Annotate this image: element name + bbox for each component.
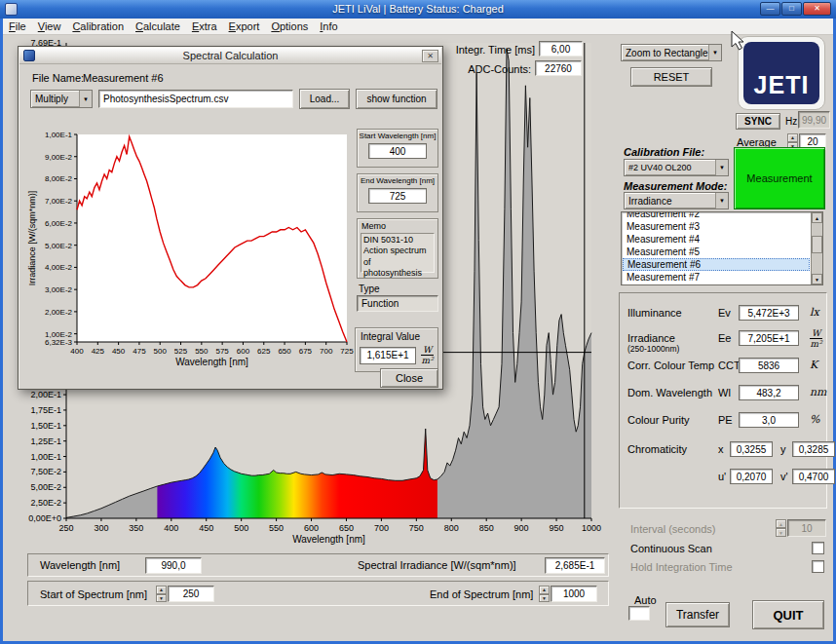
wavelength-label: Wavelength [nm] xyxy=(40,559,120,571)
measurement-mode-dropdown[interactable]: Irradiance ▼ xyxy=(624,192,729,209)
unit-label: % xyxy=(810,413,819,426)
measurement-button[interactable]: Measurement xyxy=(734,147,825,209)
load-button[interactable]: Load... xyxy=(299,89,350,109)
menu-item-info[interactable]: Info xyxy=(314,19,343,33)
transfer-button[interactable]: Transfer xyxy=(665,602,730,627)
x-tick-label: 575 xyxy=(215,347,229,356)
x-tick-label: 700 xyxy=(374,523,389,533)
x-tick-label: 850 xyxy=(479,523,494,533)
scroll-down-icon[interactable]: ▼ xyxy=(812,274,822,284)
scrollbar-thumb[interactable] xyxy=(812,236,822,253)
end-wavelength-field: 725 xyxy=(368,188,427,204)
dialog-close-icon[interactable]: ✕ xyxy=(422,50,438,62)
operation-dropdown[interactable]: Multiply ▼ xyxy=(30,90,93,108)
title-bar[interactable]: JETI LiVal | Battery Status: Charged — □… xyxy=(0,0,836,19)
end-wavelength-label: End Wavelength [nm] xyxy=(358,174,437,185)
menu-item-calibration[interactable]: Calibration xyxy=(66,19,130,33)
memo-label: Memo xyxy=(358,219,437,231)
adc-counts-label: ADC-Counts: xyxy=(445,63,531,75)
interval-spinner: ▲ ▼ xyxy=(776,519,786,537)
menu-item-view[interactable]: View xyxy=(32,19,67,33)
auto-indicator[interactable] xyxy=(628,606,650,621)
x-tick-label: 450 xyxy=(199,523,213,533)
spinner-up-icon[interactable]: ▲ xyxy=(539,586,550,594)
measurement-item[interactable]: Measurement #6 xyxy=(623,258,810,271)
spectral-irradiance-field: 2,685E-1 xyxy=(545,557,605,574)
y-tick-label: 4,00E-2 xyxy=(45,263,73,272)
hold-integration-checkbox[interactable] xyxy=(812,560,824,573)
integration-time-field[interactable]: 6,00 xyxy=(539,41,583,57)
zoom-mode-value: Zoom to Rectangle xyxy=(622,48,708,58)
function-plot-area xyxy=(77,134,347,342)
measurement-item[interactable]: Measurement #7 xyxy=(623,271,810,284)
measurement-item[interactable]: Measurement #4 xyxy=(623,233,810,246)
type-field: Function xyxy=(357,295,438,312)
start-spectrum-field[interactable]: 250 xyxy=(168,586,214,602)
cursor-arrow-icon xyxy=(730,30,749,52)
measurement-list[interactable]: Measurement #2Measurement #3Measurement … xyxy=(621,211,823,285)
spectral-calculation-dialog: Spectral Calculation ✕ File Name: Measur… xyxy=(18,46,443,390)
spinner-down-icon[interactable]: ▼ xyxy=(539,594,550,603)
unit-fraction: W m² xyxy=(421,345,434,366)
reset-button[interactable]: RESET xyxy=(630,67,712,87)
x-tick-label: 675 xyxy=(299,347,313,356)
x-tick-label: 700 xyxy=(320,347,333,356)
spinner-up-icon[interactable]: ▲ xyxy=(787,133,798,142)
scrollbar-track[interactable] xyxy=(812,223,822,274)
menu-item-export[interactable]: Export xyxy=(223,19,266,33)
scroll-up-icon[interactable]: ▲ xyxy=(812,212,822,223)
measurement-item[interactable]: Measurement #5 xyxy=(623,246,810,258)
close-icon[interactable]: ✕ xyxy=(803,2,831,16)
chroma-axis-label: v' xyxy=(780,471,788,482)
quit-button[interactable]: QUIT xyxy=(752,600,824,629)
show-function-button[interactable]: show function xyxy=(356,89,437,109)
type-label: Type xyxy=(359,284,380,294)
menu-item-options[interactable]: Options xyxy=(265,19,314,33)
end-spectrum-spinner[interactable]: ▲ ▼ xyxy=(539,586,550,602)
function-file-field[interactable]: PhotosynthesisSpectrum.csv xyxy=(98,90,293,108)
integral-value-label: Integral Value xyxy=(356,328,437,342)
start-wavelength-group: Start Wavelength [nm] 400 xyxy=(357,129,438,168)
calibration-file-label: Calibration File: xyxy=(624,146,704,158)
menu-item-extra[interactable]: Extra xyxy=(186,19,223,33)
y-tick-label: 1,00E-1 xyxy=(30,452,61,462)
x-tick-label: 250 xyxy=(58,523,73,533)
integral-value-field: 1,615E+1 xyxy=(360,347,416,364)
sync-button[interactable]: SYNC xyxy=(736,113,780,130)
spinner-up-icon: ▲ xyxy=(776,519,786,528)
measurement-item[interactable]: Measurement #2 xyxy=(623,211,810,220)
result-label: Colour Purity xyxy=(627,414,690,426)
result-row: Dom. WavelengthWl483,2nm xyxy=(627,385,822,406)
wavelength-field[interactable]: 990,0 xyxy=(145,557,202,574)
y-tick-label: 1,50E-1 xyxy=(30,421,61,431)
calibration-file-value: #2 UV40 OL200 xyxy=(625,163,715,172)
measurement-item[interactable]: Measurement #3 xyxy=(623,220,810,233)
zoom-mode-dropdown[interactable]: Zoom to Rectangle ▼ xyxy=(621,44,722,61)
calibration-file-dropdown[interactable]: #2 UV40 OL200 ▼ xyxy=(624,159,729,176)
y-tick-label: 0,00E+0 xyxy=(28,513,61,523)
dialog-title-bar[interactable]: Spectral Calculation ✕ xyxy=(19,48,441,64)
spinner-down-icon[interactable]: ▼ xyxy=(156,594,167,603)
dialog-close-button[interactable]: Close xyxy=(380,368,438,388)
result-label: Irradiance(250-1000nm) xyxy=(627,332,679,354)
maximize-icon[interactable]: □ xyxy=(781,2,802,16)
menu-item-file[interactable]: File xyxy=(3,19,32,33)
x-axis-title: Wavelength [nm] xyxy=(175,357,248,367)
x-tick-label: 400 xyxy=(70,347,84,356)
x-tick-label: 450 xyxy=(112,347,126,356)
x-tick-label: 1000 xyxy=(582,523,601,533)
spinner-up-icon[interactable]: ▲ xyxy=(156,586,167,594)
chroma-axis-label: x xyxy=(718,443,724,455)
end-spectrum-field[interactable]: 1000 xyxy=(551,586,597,602)
integration-time-label: Integr. Time [ms] xyxy=(449,44,535,56)
list-scrollbar[interactable]: ▲ ▼ xyxy=(811,212,822,284)
auto-label: Auto xyxy=(634,594,657,606)
measurement-mode-value: Irradiance xyxy=(625,196,715,207)
unit-fraction: Wm² xyxy=(810,328,822,350)
jeti-logo: JETI xyxy=(738,36,825,110)
y-axis-title: Irradiance [W/(sqm*nm)] xyxy=(27,191,37,286)
start-spectrum-spinner[interactable]: ▲ ▼ xyxy=(156,586,167,602)
minimize-icon[interactable]: — xyxy=(760,2,780,16)
menu-item-calculate[interactable]: Calculate xyxy=(130,19,186,33)
continuous-scan-checkbox[interactable] xyxy=(812,542,824,554)
